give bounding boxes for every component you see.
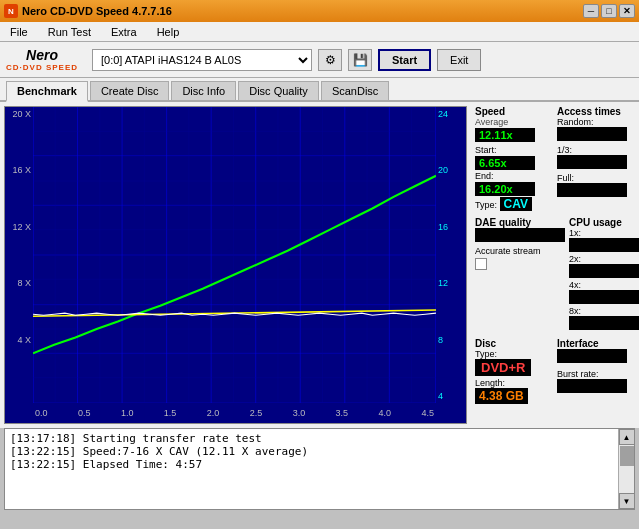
- speed-end-value: 16.20x: [475, 182, 535, 196]
- tab-benchmark[interactable]: Benchmark: [6, 81, 88, 102]
- x-45: 4.5: [421, 408, 434, 418]
- close-button[interactable]: ✕: [619, 4, 635, 18]
- log-area: [13:17:18] Starting transfer rate test […: [4, 428, 635, 510]
- scroll-up-button[interactable]: ▲: [619, 429, 635, 445]
- tab-bar: Benchmark Create Disc Disc Info Disc Qua…: [0, 78, 639, 102]
- minimize-button[interactable]: ─: [583, 4, 599, 18]
- menu-help[interactable]: Help: [151, 24, 186, 40]
- log-text: [13:17:18] Starting transfer rate test […: [5, 429, 618, 509]
- tab-disc-info[interactable]: Disc Info: [171, 81, 236, 100]
- y-right-8: 8: [438, 335, 443, 345]
- y-right-24: 24: [438, 109, 448, 119]
- drive-select[interactable]: [0:0] ATAPI iHAS124 B AL0S: [92, 49, 312, 71]
- disc-title: Disc: [475, 338, 553, 349]
- cpu-4x-value: [569, 290, 639, 304]
- main-content: 20 X 16 X 12 X 8 X 4 X: [0, 102, 639, 428]
- chart-area: 20 X 16 X 12 X 8 X 4 X: [4, 106, 467, 424]
- speed-average-value: 12.11x: [475, 128, 535, 142]
- y-left-4: 4 X: [17, 335, 31, 345]
- x-15: 1.5: [164, 408, 177, 418]
- speed-type-value: CAV: [500, 197, 532, 211]
- tab-disc-quality[interactable]: Disc Quality: [238, 81, 319, 100]
- log-entry-2: [13:22:15] Elapsed Time: 4:57: [10, 458, 613, 471]
- scroll-track: [619, 445, 634, 493]
- access-random-label: Random:: [557, 117, 635, 127]
- menu-run-test[interactable]: Run Test: [42, 24, 97, 40]
- x-0: 0.0: [35, 408, 48, 418]
- speed-start-value: 6.65x: [475, 156, 535, 170]
- access-full-value: [557, 183, 627, 197]
- y-left-12: 12 X: [12, 222, 31, 232]
- speed-average-label: Average: [475, 117, 553, 127]
- y-right-20: 20: [438, 165, 448, 175]
- speed-start-label: Start:: [475, 145, 497, 155]
- access-title: Access times: [557, 106, 635, 117]
- right-panel: Speed Average 12.11x Start: 6.65x End: 1…: [471, 102, 639, 428]
- y-right-12: 12: [438, 278, 448, 288]
- chart-svg: [33, 107, 436, 403]
- log-entry-0: [13:17:18] Starting transfer rate test: [10, 432, 613, 445]
- x-4: 4.0: [379, 408, 392, 418]
- x-25: 2.5: [250, 408, 263, 418]
- save-icon-button[interactable]: 💾: [348, 49, 372, 71]
- speed-end-label: End:: [475, 171, 494, 181]
- menu-extra[interactable]: Extra: [105, 24, 143, 40]
- nero-logo-top: Nero: [26, 47, 58, 63]
- cpu-1x-label: 1x:: [569, 228, 639, 238]
- nero-logo-bottom: CD·DVD SPEED: [6, 63, 78, 72]
- tab-scan-disc[interactable]: ScanDisc: [321, 81, 389, 100]
- disc-type-value: DVD+R: [475, 359, 531, 376]
- menu-file[interactable]: File: [4, 24, 34, 40]
- exit-button[interactable]: Exit: [437, 49, 481, 71]
- menu-bar: File Run Test Extra Help: [0, 22, 639, 42]
- disc-length-label: Length:: [475, 378, 553, 388]
- speed-type-label: Type:: [475, 200, 497, 210]
- cpu-8x-label: 8x:: [569, 306, 639, 316]
- speed-title: Speed: [475, 106, 553, 117]
- drive-icon-button[interactable]: ⚙: [318, 49, 342, 71]
- access-random-value: [557, 127, 627, 141]
- cpu-4x-label: 4x:: [569, 280, 639, 290]
- interface-value: [557, 349, 627, 363]
- y-left-8: 8 X: [17, 278, 31, 288]
- dae-accurate-checkbox[interactable]: [475, 258, 487, 270]
- toolbar: Nero CD·DVD SPEED [0:0] ATAPI iHAS124 B …: [0, 42, 639, 78]
- interface-title: Interface: [557, 338, 635, 349]
- x-05: 0.5: [78, 408, 91, 418]
- x-axis: 0.0 0.5 1.0 1.5 2.0 2.5 3.0 3.5 4.0 4.5: [33, 403, 436, 423]
- title-bar: N Nero CD-DVD Speed 4.7.7.16 ─ □ ✕: [0, 0, 639, 22]
- burst-rate-value: [557, 379, 627, 393]
- dae-accurate-label: Accurate stream: [475, 246, 565, 256]
- nero-logo: Nero CD·DVD SPEED: [6, 47, 78, 72]
- disc-type-label: Type:: [475, 349, 553, 359]
- y-left-20: 20 X: [12, 109, 31, 119]
- x-1: 1.0: [121, 408, 134, 418]
- cpu-1x-value: [569, 238, 639, 252]
- cpu-title: CPU usage: [569, 217, 639, 228]
- y-right-4: 4: [438, 391, 443, 401]
- cpu-2x-value: [569, 264, 639, 278]
- start-button[interactable]: Start: [378, 49, 431, 71]
- cpu-2x-label: 2x:: [569, 254, 639, 264]
- access-full-label: Full:: [557, 173, 635, 183]
- access-onethird-label: 1/3:: [557, 145, 635, 155]
- y-axis-left: 20 X 16 X 12 X 8 X 4 X: [5, 107, 33, 403]
- log-scrollbar: ▲ ▼: [618, 429, 634, 509]
- disc-length-value: 4.38 GB: [475, 388, 528, 404]
- access-onethird-value: [557, 155, 627, 169]
- y-axis-right: 24 20 16 12 8 4: [436, 107, 466, 403]
- y-right-16: 16: [438, 222, 448, 232]
- scroll-thumb[interactable]: [620, 446, 634, 466]
- scroll-down-button[interactable]: ▼: [619, 493, 635, 509]
- dae-title: DAE quality: [475, 217, 565, 228]
- burst-rate-label: Burst rate:: [557, 369, 635, 379]
- y-left-0: [28, 391, 31, 401]
- app-icon: N: [4, 4, 18, 18]
- dae-quality-bar: [475, 228, 565, 242]
- log-entry-1: [13:22:15] Speed:7-16 X CAV (12.11 X ave…: [10, 445, 613, 458]
- maximize-button[interactable]: □: [601, 4, 617, 18]
- cpu-8x-value: [569, 316, 639, 330]
- x-3: 3.0: [293, 408, 306, 418]
- window-title: Nero CD-DVD Speed 4.7.7.16: [22, 5, 172, 17]
- tab-create-disc[interactable]: Create Disc: [90, 81, 169, 100]
